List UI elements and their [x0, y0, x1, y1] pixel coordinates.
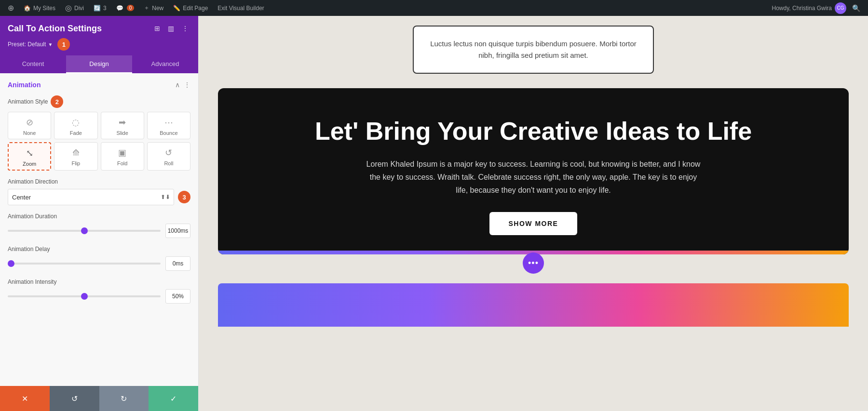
edit-page-item[interactable]: ✏️ Edit Page: [169, 0, 212, 16]
section-header-icons: ∧ ⋮: [175, 81, 190, 89]
animation-style-label: Animation Style 2: [8, 95, 190, 108]
intensity-slider-container: 50%: [8, 289, 190, 304]
page-content: Luctus lectus non quisque turpis bibendu…: [199, 16, 868, 327]
anim-fold-label: Fold: [117, 160, 127, 166]
wp-logo-item[interactable]: ⊕: [4, 0, 18, 16]
cta-section-wrapper: Let' Bring Your Creative Ideas to Life L…: [199, 88, 868, 254]
user-avatar: CG: [835, 2, 846, 14]
delay-slider-container: 0ms: [8, 256, 190, 271]
admin-bar: ⊕ 🏠 My Sites ◎ Divi 🔄 3 💬 0 ＋ New ✏️ Edi…: [0, 0, 868, 16]
comment-badge: 0: [127, 5, 135, 11]
anim-zoom-label: Zoom: [23, 161, 36, 167]
tab-content[interactable]: Content: [0, 55, 66, 73]
animation-section-header: Animation ∧ ⋮: [8, 81, 190, 89]
pencil-icon: ✏️: [173, 5, 180, 12]
main-layout: Call To Action Settings ⊞ ▥ ⋮ Preset: De…: [0, 16, 868, 411]
tab-advanced[interactable]: Advanced: [132, 55, 198, 73]
howdy-label: Howdy, Christina Gwira: [772, 5, 832, 12]
search-icon[interactable]: 🔍: [848, 4, 864, 12]
step-badge-1: 1: [57, 38, 70, 51]
anim-bounce[interactable]: ⋯ Bounce: [147, 112, 190, 139]
confirm-icon: ✓: [170, 394, 176, 403]
cta-subtitle: Lorem Khaled Ipsum is a major key to suc…: [365, 158, 702, 197]
animation-duration-label: Animation Duration: [8, 213, 190, 220]
zoom-icon: ⤡: [26, 148, 33, 159]
new-label: New: [152, 5, 163, 12]
more-icon[interactable]: ⋮: [180, 23, 190, 34]
animation-intensity-row: Animation Intensity 50%: [8, 278, 190, 304]
top-card-area: Luctus lectus non quisque turpis bibendu…: [199, 16, 868, 88]
cancel-button[interactable]: ✕: [0, 386, 50, 411]
edit-page-label: Edit Page: [183, 5, 208, 12]
tab-design[interactable]: Design: [66, 55, 132, 73]
delay-value: 0ms: [165, 256, 190, 271]
new-item[interactable]: ＋ New: [140, 0, 167, 16]
roll-icon: ↺: [165, 147, 172, 158]
my-sites-item[interactable]: 🏠 My Sites: [20, 0, 59, 16]
confirm-button[interactable]: ✓: [149, 386, 198, 411]
step-badge-3: 3: [178, 191, 190, 203]
step-badge-2: 2: [51, 95, 63, 108]
anim-none[interactable]: ⊘ None: [8, 112, 51, 139]
anim-flip[interactable]: ⟰ Flip: [54, 142, 97, 171]
divi-item[interactable]: ◎ Divi: [61, 0, 88, 16]
exit-label: Exit Visual Builder: [217, 5, 264, 12]
comments-item[interactable]: 🔄 3: [90, 0, 110, 16]
comments-bubble-item[interactable]: 💬 0: [112, 0, 138, 16]
anim-bounce-label: Bounce: [160, 130, 177, 136]
delay-slider[interactable]: [8, 263, 161, 265]
collapse-icon[interactable]: ∧: [175, 81, 180, 89]
comments-count: 3: [103, 5, 107, 12]
panel-title: Call To Action Settings: [8, 24, 102, 34]
house-icon: 🏠: [24, 5, 31, 12]
anim-fade-label: Fade: [70, 130, 82, 136]
sync-icon: 🔄: [94, 5, 101, 12]
anim-slide-label: Slide: [116, 130, 128, 136]
duration-slider[interactable]: [8, 230, 161, 232]
preset-row: Preset: Default ▼ 1: [8, 38, 190, 51]
dots-icon: •••: [528, 258, 539, 268]
section-more-icon[interactable]: ⋮: [184, 81, 190, 89]
comment-icon: 💬: [116, 5, 123, 12]
top-card-text: Luctus lectus non quisque turpis bibendu…: [429, 38, 637, 61]
panel-title-row: Call To Action Settings ⊞ ▥ ⋮: [8, 23, 190, 34]
anim-slide[interactable]: ➡ Slide: [101, 112, 144, 139]
redo-button[interactable]: ↻: [99, 386, 149, 411]
anim-none-label: None: [23, 130, 36, 136]
anim-fade[interactable]: ◌ Fade: [54, 112, 97, 139]
anim-roll[interactable]: ↺ Roll: [147, 142, 190, 171]
fold-icon: ▣: [118, 147, 126, 158]
admin-bar-right: Howdy, Christina Gwira CG 🔍: [772, 2, 864, 14]
anim-zoom[interactable]: ⤡ Zoom: [8, 142, 51, 171]
flip-icon: ⟰: [72, 147, 80, 158]
slide-icon: ➡: [119, 117, 126, 128]
intensity-slider[interactable]: [8, 295, 161, 297]
direction-select-wrapper: Center Left Right Top Bottom ⬆⬇: [8, 189, 174, 205]
bottom-gradient-card: [218, 283, 849, 327]
panel-header-icons: ⊞ ▥ ⋮: [152, 23, 190, 34]
howdy-text: Howdy, Christina Gwira CG: [772, 2, 846, 14]
preset-label: Preset: Default: [8, 41, 46, 48]
anim-fold[interactable]: ▣ Fold: [101, 142, 144, 171]
cta-section: Let' Bring Your Creative Ideas to Life L…: [218, 88, 849, 254]
animation-direction-row: Center Left Right Top Bottom ⬆⬇ 3: [8, 189, 190, 205]
bounce-icon: ⋯: [164, 117, 173, 128]
responsive-icon[interactable]: ⊞: [152, 23, 162, 34]
cancel-icon: ✕: [22, 394, 28, 403]
split-view-icon[interactable]: ▥: [166, 23, 176, 34]
divi-label: Divi: [74, 5, 84, 12]
animation-section-title: Animation: [8, 81, 41, 89]
direction-select[interactable]: Center Left Right Top Bottom: [8, 189, 174, 205]
floating-dots-button[interactable]: •••: [523, 252, 544, 274]
panel-footer: ✕ ↺ ↻ ✓: [0, 386, 198, 411]
panel-header: Call To Action Settings ⊞ ▥ ⋮ Preset: De…: [0, 16, 198, 55]
animation-intensity-label: Animation Intensity: [8, 278, 190, 285]
anim-roll-label: Roll: [164, 160, 173, 166]
divi-icon: ◎: [65, 3, 72, 13]
undo-button[interactable]: ↺: [50, 386, 99, 411]
cta-show-more-button[interactable]: SHOW MORE: [489, 212, 578, 235]
duration-value: 1000ms: [165, 224, 190, 238]
none-icon: ⊘: [26, 117, 33, 128]
animation-delay-row: Animation Delay 0ms: [8, 246, 190, 271]
exit-builder-item[interactable]: Exit Visual Builder: [214, 0, 268, 16]
